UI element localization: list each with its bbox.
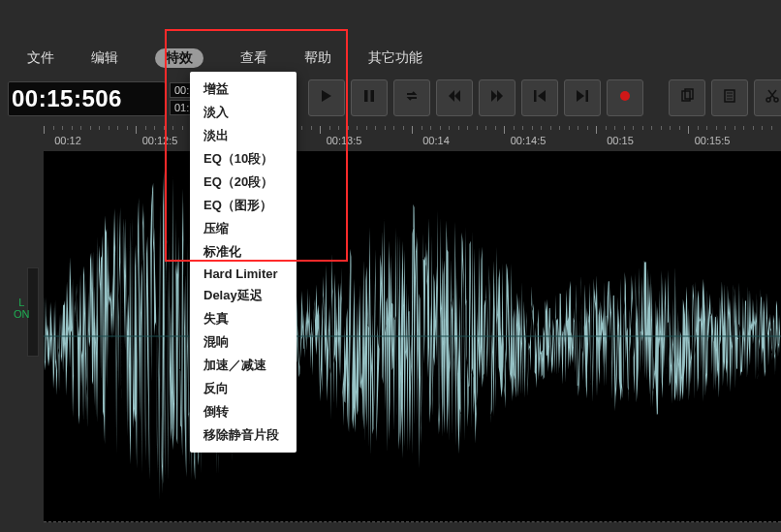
ruler-label: 00:13:5 xyxy=(327,135,362,146)
toolbar: 00:15:506 00: 01: xyxy=(8,79,781,118)
effects-menu-item[interactable]: 淡入 xyxy=(190,101,297,124)
effects-menu-item[interactable]: 反向 xyxy=(190,377,297,400)
edit-buttons xyxy=(669,79,781,116)
forward-icon xyxy=(489,88,505,108)
svg-rect-2 xyxy=(371,90,375,102)
channel-label: L ON xyxy=(14,297,30,320)
effects-menu-item[interactable]: 标准化 xyxy=(190,240,297,264)
effects-menu-item[interactable]: EQ（10段） xyxy=(190,147,297,171)
effects-menu-item[interactable]: 加速／减速 xyxy=(190,354,297,377)
effects-menu-item[interactable]: 淡出 xyxy=(190,124,297,147)
effects-menu-item[interactable]: 混响 xyxy=(190,330,297,354)
effects-menu-item[interactable]: Hard Limiter xyxy=(190,264,297,284)
svg-rect-10 xyxy=(586,90,589,102)
ruler-label: 00:15 xyxy=(607,135,634,146)
effects-menu-item[interactable]: 压缩 xyxy=(190,217,297,240)
copy-button[interactable] xyxy=(669,79,705,116)
pause-icon xyxy=(361,88,377,108)
rewind-icon xyxy=(447,88,462,108)
time-main: 00:15:506 xyxy=(8,81,166,116)
effects-dropdown: 增益淡入淡出EQ（10段）EQ（20段）EQ（图形）压缩标准化Hard Limi… xyxy=(190,72,297,453)
svg-marker-5 xyxy=(491,90,497,102)
cut-button[interactable] xyxy=(754,79,781,116)
ruler-label: 00:12:5 xyxy=(142,135,178,146)
svg-marker-8 xyxy=(538,90,546,102)
prev-icon xyxy=(532,88,547,108)
channel-on: ON xyxy=(14,308,30,320)
loop-icon xyxy=(404,88,420,108)
svg-marker-6 xyxy=(497,90,503,102)
ruler-label: 00:14:5 xyxy=(511,135,547,146)
ruler-label: 00:14 xyxy=(422,135,450,146)
ruler-label: 00:15:5 xyxy=(695,135,731,146)
svg-rect-7 xyxy=(534,90,537,102)
timeline-ruler[interactable]: 00:1200:12:500:1300:13:500:1400:14:500:1… xyxy=(44,126,781,151)
forward-button[interactable] xyxy=(479,79,515,116)
copy-icon xyxy=(679,88,695,108)
menu-bar: 文件 编辑 特效 查看 帮助 其它功能 xyxy=(0,47,781,70)
svg-marker-9 xyxy=(577,90,584,102)
menu-view[interactable]: 查看 xyxy=(240,49,267,67)
menu-other[interactable]: 其它功能 xyxy=(368,49,422,67)
menu-file[interactable]: 文件 xyxy=(27,49,54,67)
menu-help[interactable]: 帮助 xyxy=(304,49,331,67)
effects-menu-item[interactable]: 增益 xyxy=(190,78,297,101)
menu-edit[interactable]: 编辑 xyxy=(91,49,118,67)
record-icon xyxy=(617,88,633,108)
ruler-label: 00:12 xyxy=(54,135,81,146)
next-icon xyxy=(575,88,590,108)
svg-point-11 xyxy=(620,91,630,101)
transport-controls xyxy=(308,79,643,116)
paste-icon xyxy=(722,88,737,108)
loop-button[interactable] xyxy=(393,79,430,116)
svg-rect-1 xyxy=(364,90,368,102)
rewind-button[interactable] xyxy=(436,79,473,116)
channel-strip: L ON xyxy=(0,151,44,522)
play-button[interactable] xyxy=(308,79,345,116)
effects-menu-item[interactable]: EQ（图形） xyxy=(190,194,297,217)
paste-button[interactable] xyxy=(711,79,748,116)
next-button[interactable] xyxy=(564,79,601,116)
play-icon xyxy=(319,88,334,108)
effects-menu-item[interactable]: 移除静音片段 xyxy=(190,423,297,447)
cut-icon xyxy=(765,88,780,108)
record-button[interactable] xyxy=(607,79,643,116)
effects-menu-item[interactable]: Delay延迟 xyxy=(190,284,297,307)
channel-l: L xyxy=(14,297,30,308)
svg-marker-0 xyxy=(322,90,331,102)
prev-button[interactable] xyxy=(521,79,558,116)
effects-menu-item[interactable]: EQ（20段） xyxy=(190,171,297,194)
svg-marker-4 xyxy=(454,90,460,102)
menu-effects[interactable]: 特效 xyxy=(155,48,203,68)
effects-menu-item[interactable]: 倒转 xyxy=(190,400,297,423)
waveform-view[interactable] xyxy=(44,151,781,522)
pause-button[interactable] xyxy=(351,79,388,116)
svg-marker-3 xyxy=(449,90,454,102)
effects-menu-item[interactable]: 失真 xyxy=(190,307,297,330)
